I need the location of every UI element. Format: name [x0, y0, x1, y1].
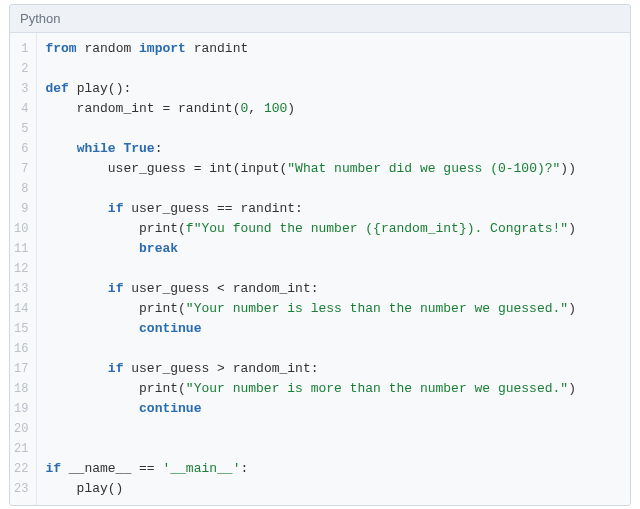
code-line: random_int = randint(0, 100) [45, 99, 622, 119]
code-line: play() [45, 479, 622, 499]
code-body: 1234567891011121314151617181920212223 fr… [10, 33, 630, 505]
line-number: 12 [14, 259, 28, 279]
code-line [45, 339, 622, 359]
line-number: 20 [14, 419, 28, 439]
code-line: break [45, 239, 622, 259]
code-line [45, 439, 622, 459]
code-line: if user_guess == randint: [45, 199, 622, 219]
line-number: 16 [14, 339, 28, 359]
code-content: from random import randint def play(): r… [37, 33, 630, 505]
code-line [45, 59, 622, 79]
code-line [45, 119, 622, 139]
line-number: 11 [14, 239, 28, 259]
line-number: 1 [14, 39, 28, 59]
line-number: 8 [14, 179, 28, 199]
code-line: continue [45, 399, 622, 419]
line-number: 14 [14, 299, 28, 319]
code-line: def play(): [45, 79, 622, 99]
line-number: 23 [14, 479, 28, 499]
language-label: Python [10, 5, 630, 33]
line-number: 17 [14, 359, 28, 379]
code-line: user_guess = int(input("What number did … [45, 159, 622, 179]
code-line: print(f"You found the number ({random_in… [45, 219, 622, 239]
line-number: 6 [14, 139, 28, 159]
line-number: 15 [14, 319, 28, 339]
line-number-gutter: 1234567891011121314151617181920212223 [10, 33, 37, 505]
line-number: 5 [14, 119, 28, 139]
code-line: if user_guess < random_int: [45, 279, 622, 299]
code-line: print("Your number is more than the numb… [45, 379, 622, 399]
line-number: 7 [14, 159, 28, 179]
line-number: 3 [14, 79, 28, 99]
code-line: from random import randint [45, 39, 622, 59]
code-block: Python 123456789101112131415161718192021… [9, 4, 631, 506]
code-line: if user_guess > random_int: [45, 359, 622, 379]
code-line: while True: [45, 139, 622, 159]
line-number: 22 [14, 459, 28, 479]
code-line: continue [45, 319, 622, 339]
code-line [45, 179, 622, 199]
line-number: 10 [14, 219, 28, 239]
code-line: print("Your number is less than the numb… [45, 299, 622, 319]
line-number: 2 [14, 59, 28, 79]
line-number: 13 [14, 279, 28, 299]
line-number: 19 [14, 399, 28, 419]
code-line [45, 259, 622, 279]
code-line: if __name__ == '__main__': [45, 459, 622, 479]
code-line [45, 419, 622, 439]
line-number: 18 [14, 379, 28, 399]
line-number: 4 [14, 99, 28, 119]
line-number: 9 [14, 199, 28, 219]
line-number: 21 [14, 439, 28, 459]
